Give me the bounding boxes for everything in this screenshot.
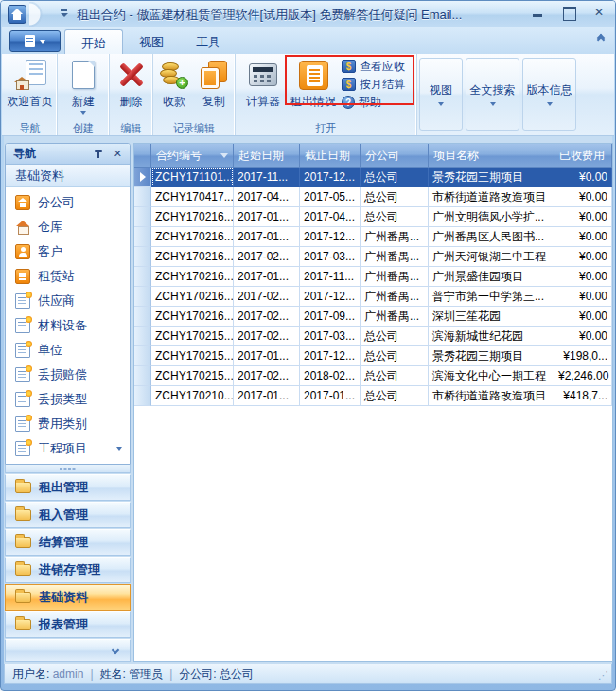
resize-grip-icon[interactable]: ⋰	[598, 669, 608, 682]
sidebar-section-header[interactable]: 基础资料	[6, 165, 130, 187]
table-cell-contract-no[interactable]: ZCHY170216...	[151, 307, 234, 327]
new-button[interactable]: 新建	[59, 56, 108, 115]
table-cell-received-fee[interactable]: ¥0.00	[554, 227, 612, 247]
sidebar-item-customer[interactable]: 客户	[6, 239, 130, 264]
copy-button[interactable]: 复制	[195, 56, 233, 110]
table-cell-branch[interactable]: 总公司	[361, 207, 429, 227]
minimize-icon[interactable]	[530, 5, 547, 20]
table-row[interactable]: ZCHY170417...2017-04...2017-05...总公司市桥街道…	[134, 187, 612, 207]
table-cell-branch[interactable]: 总公司	[361, 187, 429, 207]
sidebar-group-reports[interactable]: 报表管理	[5, 611, 131, 638]
table-cell-start-date[interactable]: 2017-01...	[234, 386, 300, 406]
row-indicator-arrow[interactable]	[134, 168, 151, 187]
sidebar-item-branch-company[interactable]: 分公司	[6, 190, 130, 215]
tab-tools[interactable]: 工具	[180, 29, 237, 54]
table-cell-contract-no[interactable]: ZCHY170216...	[151, 227, 234, 247]
version-info-button[interactable]: 版本信息	[522, 58, 576, 131]
table-cell-end-date[interactable]: 2018-02...	[300, 366, 361, 386]
table-cell-contract-no[interactable]: ZCHY170216...	[151, 267, 234, 287]
view-receivables-button[interactable]: $ 查看应收	[342, 59, 405, 74]
table-cell-start-date[interactable]: 2017-01...	[234, 267, 300, 287]
table-row[interactable]: ZCHY170216...2017-02...2017-09...广州番禺...…	[134, 307, 612, 327]
table-cell-received-fee[interactable]: ¥0.00	[554, 168, 612, 187]
sidebar-item-project[interactable]: 工程项目	[6, 436, 130, 461]
filter-arrow-icon[interactable]	[220, 153, 228, 158]
table-cell-received-fee[interactable]: ¥418,7...	[554, 386, 612, 406]
table-cell-start-date[interactable]: 2017-04...	[234, 187, 300, 207]
table-cell-end-date[interactable]: 2017-04...	[300, 207, 361, 227]
table-cell-project-name[interactable]: 滨海新城世纪花园	[429, 327, 554, 346]
monthly-settlement-button[interactable]: $ 按月结算	[342, 77, 405, 92]
sidebar-group-settlement[interactable]: 结算管理	[5, 529, 131, 556]
row-indicator[interactable]	[134, 207, 151, 227]
row-indicator[interactable]	[134, 307, 151, 327]
scroll-down-icon[interactable]	[116, 447, 122, 451]
table-cell-start-date[interactable]: 2017-02...	[234, 307, 300, 327]
sidebar-item-unit[interactable]: 单位	[6, 338, 130, 363]
sidebar-item-rental-station[interactable]: 租赁站	[6, 264, 130, 289]
table-cell-project-name[interactable]: 景秀花园三期项目	[429, 346, 554, 366]
table-cell-received-fee[interactable]: ¥198,0...	[554, 346, 612, 366]
sidebar-group-inventory[interactable]: 进销存管理	[5, 557, 131, 583]
table-cell-contract-no[interactable]: ZCHY170216...	[151, 207, 234, 227]
row-indicator[interactable]	[134, 227, 151, 247]
table-cell-branch[interactable]: 总公司	[361, 346, 429, 366]
table-cell-received-fee[interactable]: ¥0.00	[554, 307, 612, 327]
table-cell-branch[interactable]: 广州番禺...	[361, 267, 429, 287]
table-cell-contract-no[interactable]: ZCHY170216...	[151, 247, 234, 267]
view-panel-button[interactable]: 视图	[419, 58, 463, 131]
row-indicator[interactable]	[134, 287, 151, 307]
calculator-button[interactable]: 计算器	[241, 56, 285, 110]
table-cell-branch[interactable]: 广州番禺...	[361, 287, 429, 307]
welcome-home-button[interactable]: 欢迎首页	[6, 56, 55, 110]
table-cell-project-name[interactable]: 滨海文化中心一期工程	[429, 366, 554, 386]
table-cell-start-date[interactable]: 2017-02...	[234, 366, 300, 386]
sidebar-item-loss-type[interactable]: 丢损类型	[6, 387, 130, 412]
table-cell-end-date[interactable]: 2017-11...	[300, 267, 361, 287]
table-cell-end-date[interactable]: 2017-05...	[300, 187, 361, 207]
table-cell-project-name[interactable]: 普宁市第一中学第三...	[429, 287, 554, 307]
table-cell-start-date[interactable]: 2017-02...	[234, 327, 300, 346]
table-row[interactable]: ZCHY170216...2017-02...2017-12...广州番禺...…	[134, 287, 612, 307]
table-row[interactable]: ZCHY170216...2017-01...2017-12...广州番禺...…	[134, 227, 612, 247]
table-cell-branch[interactable]: 广州番禺...	[361, 307, 429, 327]
sidebar-group-basic-data[interactable]: 基础资料	[5, 584, 131, 611]
table-cell-received-fee[interactable]: ¥0.00	[554, 287, 612, 307]
app-icon[interactable]	[8, 5, 26, 24]
row-indicator[interactable]	[134, 187, 151, 207]
ribbon-collapse-icon[interactable]	[595, 35, 607, 46]
table-cell-branch[interactable]: 广州番禺...	[361, 227, 429, 247]
sidebar-item-supplier[interactable]: 供应商	[6, 289, 130, 313]
table-cell-end-date[interactable]: 2017-09...	[300, 307, 361, 327]
table-cell-contract-no[interactable]: ZCHY170417...	[151, 187, 234, 207]
table-cell-received-fee[interactable]: ¥0.00	[554, 187, 612, 207]
table-cell-branch[interactable]: 广州番禺...	[361, 247, 429, 267]
table-cell-contract-no[interactable]: ZCHY170215...	[151, 327, 234, 346]
table-cell-start-date[interactable]: 2017-01...	[234, 346, 300, 366]
table-cell-end-date[interactable]: 2017-03...	[300, 327, 361, 346]
column-header-start-date[interactable]: 起始日期	[234, 144, 300, 168]
sidebar-item-material-equipment[interactable]: 材料设备	[6, 313, 130, 338]
table-row[interactable]: ZCHY170215...2017-01...2017-12...总公司景秀花园…	[134, 346, 612, 366]
tab-start[interactable]: 开始	[64, 29, 123, 54]
table-cell-branch[interactable]: 总公司	[361, 386, 429, 406]
table-cell-project-name[interactable]: 市桥街道道路改造项目	[429, 386, 554, 406]
table-cell-project-name[interactable]: 广州景盛佳园项目	[429, 267, 554, 287]
table-cell-received-fee[interactable]: ¥2,246.00	[554, 366, 612, 386]
receive-payment-button[interactable]: + 收款	[155, 56, 193, 110]
sidebar-item-loss-compensation[interactable]: 丢损赔偿	[6, 363, 130, 387]
nav-close-icon[interactable]: ✕	[114, 149, 122, 159]
table-cell-project-name[interactable]: 市桥街道道路改造项目	[429, 187, 554, 207]
row-indicator[interactable]	[134, 346, 151, 366]
column-header-end-date[interactable]: 截止日期	[300, 144, 361, 168]
fulltext-search-button[interactable]: 全文搜索	[466, 58, 519, 131]
table-cell-project-name[interactable]: 广州文明德风小学扩...	[429, 207, 554, 227]
row-indicator[interactable]	[134, 247, 151, 267]
table-cell-end-date[interactable]: 2017-03...	[300, 247, 361, 267]
delete-button[interactable]: 删除	[111, 56, 152, 110]
sidebar-group-rent-out[interactable]: 租出管理	[5, 474, 131, 501]
table-cell-end-date[interactable]: 2017-12...	[300, 168, 361, 187]
table-cell-start-date[interactable]: 2017-11...	[234, 168, 300, 187]
maximize-icon[interactable]	[560, 5, 577, 20]
rent-info-button[interactable]: 租出情况	[287, 56, 340, 110]
